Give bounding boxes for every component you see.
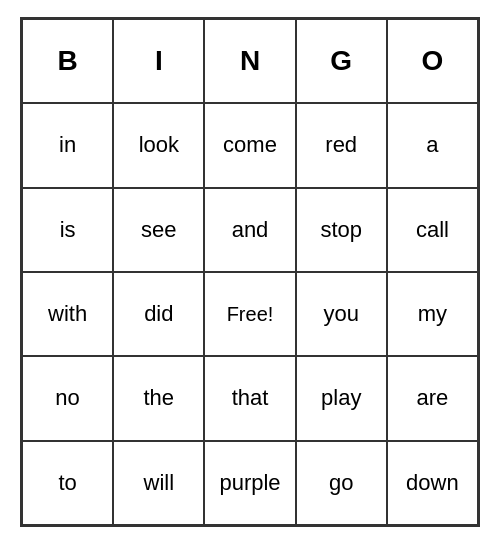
cell-3-4: you	[296, 272, 387, 356]
header-b: B	[22, 19, 113, 103]
cell-4-3: that	[204, 356, 295, 440]
cell-2-2: see	[113, 188, 204, 272]
cell-1-4: red	[296, 103, 387, 187]
cell-4-2: the	[113, 356, 204, 440]
header-i: I	[113, 19, 204, 103]
cell-3-1: with	[22, 272, 113, 356]
cell-1-1: in	[22, 103, 113, 187]
cell-3-2: did	[113, 272, 204, 356]
cell-5-5: down	[387, 441, 478, 525]
bingo-card: B I N G O in look come red a is see and …	[20, 17, 480, 527]
cell-1-3: come	[204, 103, 295, 187]
cell-4-5: are	[387, 356, 478, 440]
cell-2-1: is	[22, 188, 113, 272]
cell-5-1: to	[22, 441, 113, 525]
header-n: N	[204, 19, 295, 103]
cell-5-3: purple	[204, 441, 295, 525]
cell-3-5: my	[387, 272, 478, 356]
bingo-row-2: is see and stop call	[22, 188, 478, 272]
cell-2-3: and	[204, 188, 295, 272]
cell-2-5: call	[387, 188, 478, 272]
bingo-row-4: no the that play are	[22, 356, 478, 440]
bingo-row-5: to will purple go down	[22, 441, 478, 525]
cell-5-2: will	[113, 441, 204, 525]
cell-2-4: stop	[296, 188, 387, 272]
cell-1-2: look	[113, 103, 204, 187]
bingo-row-1: in look come red a	[22, 103, 478, 187]
cell-3-3-free: Free!	[204, 272, 295, 356]
header-o: O	[387, 19, 478, 103]
cell-4-4: play	[296, 356, 387, 440]
cell-4-1: no	[22, 356, 113, 440]
cell-1-5: a	[387, 103, 478, 187]
bingo-row-3: with did Free! you my	[22, 272, 478, 356]
bingo-header-row: B I N G O	[22, 19, 478, 103]
header-g: G	[296, 19, 387, 103]
cell-5-4: go	[296, 441, 387, 525]
